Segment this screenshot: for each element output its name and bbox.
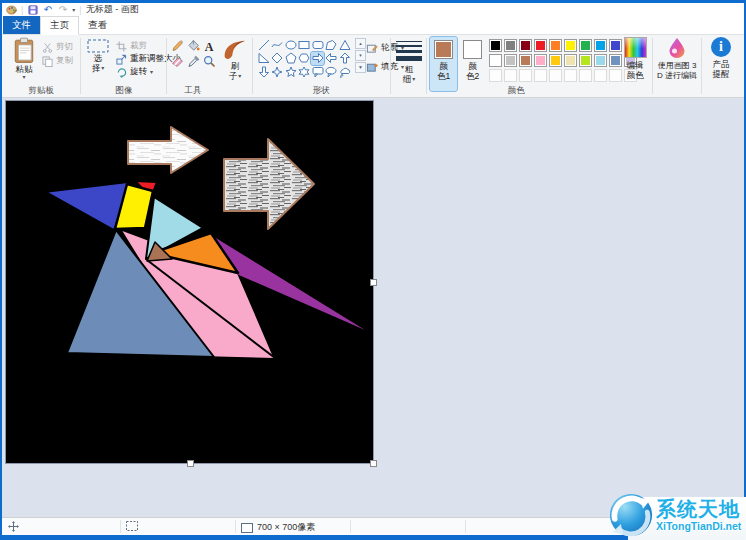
shape-curve[interactable] — [271, 38, 284, 51]
tab-home[interactable]: 主页 — [40, 16, 79, 35]
cut-button[interactable]: 剪切 — [42, 41, 73, 53]
statusbar-separator — [465, 520, 466, 533]
palette-color-swatch[interactable] — [504, 39, 517, 52]
shapes-more-button[interactable]: ▼ — [355, 62, 366, 73]
shape-down-arrow[interactable] — [257, 65, 270, 78]
canvas-resize-handle-bottom[interactable] — [187, 460, 194, 467]
shape-diamond[interactable] — [271, 52, 284, 65]
color2-label-2: 色2 — [466, 71, 479, 81]
shape-rectangle[interactable] — [298, 38, 311, 51]
brushes-label-2: 子 — [229, 71, 238, 81]
palette-color-swatch[interactable] — [564, 54, 577, 67]
select-button[interactable]: 选 择▾ — [84, 39, 112, 73]
palette-empty-slot[interactable] — [549, 69, 562, 82]
palette-color-swatch[interactable] — [609, 39, 622, 52]
save-button[interactable] — [27, 4, 38, 15]
shape-ellipse[interactable] — [284, 38, 297, 51]
shapes-scroll-down-button[interactable]: ▾ — [355, 50, 366, 61]
tab-file[interactable]: 文件 — [3, 16, 40, 34]
group-tools: A 工具 — [168, 35, 218, 97]
canvas-resize-handle-right[interactable] — [370, 279, 377, 286]
edit-colors-label-1: 编辑 — [627, 60, 644, 70]
crop-button[interactable]: 裁剪 — [116, 40, 147, 52]
palette-color-swatch[interactable] — [549, 54, 562, 67]
cursor-position-icon — [8, 521, 19, 532]
edit-colors-button[interactable]: 编辑 颜色 — [622, 37, 648, 80]
color2-swatch — [463, 40, 482, 59]
shape-up-arrow[interactable] — [338, 52, 351, 65]
shape-gallery — [257, 38, 352, 92]
palette-color-swatch[interactable] — [504, 54, 517, 67]
group-image: 选 择▾ 裁剪 重新调整大小 旋转 ▾ 图像 — [82, 35, 166, 97]
title-bar: | ↶ ↷ ▾ | 无标题 - 画图 — [2, 3, 744, 16]
palette-color-swatch[interactable] — [534, 39, 547, 52]
palette-color-swatch[interactable] — [579, 39, 592, 52]
rotate-button[interactable]: 旋转 ▾ — [116, 66, 153, 78]
palette-color-swatch[interactable] — [519, 54, 532, 67]
shape-five-point-star[interactable] — [284, 65, 297, 78]
copy-button[interactable]: 复制 — [42, 55, 73, 67]
color1-button[interactable]: 颜 色1 — [430, 37, 457, 91]
drawing-canvas[interactable] — [5, 100, 374, 464]
tab-view[interactable]: 查看 — [79, 16, 116, 34]
magnifier-tool[interactable] — [203, 54, 216, 72]
qat-customize-dropdown[interactable]: ▾ — [72, 7, 75, 13]
shape-rounded-callout[interactable] — [311, 65, 324, 78]
palette-color-swatch[interactable] — [534, 54, 547, 67]
paint3d-label-2: D 进行编辑 — [657, 71, 697, 81]
palette-color-swatch[interactable] — [594, 54, 607, 67]
palette-empty-slot[interactable] — [564, 69, 577, 82]
palette-color-swatch[interactable] — [519, 39, 532, 52]
palette-color-swatch[interactable] — [609, 54, 622, 67]
shape-right-triangle[interactable] — [257, 52, 270, 65]
palette-empty-slot[interactable] — [504, 69, 517, 82]
paint-app-icon — [6, 4, 17, 15]
text-tool[interactable]: A — [205, 41, 214, 53]
paint3d-icon — [667, 37, 687, 59]
shape-right-arrow[interactable] — [311, 52, 324, 65]
rotate-label: 旋转 — [130, 66, 147, 78]
color2-button[interactable]: 颜 色2 — [459, 37, 486, 91]
palette-color-swatch[interactable] — [564, 39, 577, 52]
shape-hexagon[interactable] — [298, 52, 311, 65]
palette-color-swatch[interactable] — [594, 39, 607, 52]
palette-color-swatch[interactable] — [489, 39, 502, 52]
palette-empty-slot[interactable] — [579, 69, 592, 82]
eraser-tool[interactable] — [171, 54, 184, 72]
palette-color-swatch[interactable] — [549, 39, 562, 52]
edit-colors-label-2: 颜色 — [627, 70, 644, 80]
undo-button[interactable]: ↶ — [42, 4, 53, 15]
shape-cloud-callout[interactable] — [338, 65, 351, 78]
size-button[interactable]: 粗 细▾ — [394, 37, 424, 84]
redo-button[interactable]: ↷ — [57, 4, 68, 15]
color1-swatch — [434, 40, 453, 59]
group-colors: 颜 色1 颜 色2 编辑 颜色 颜色 — [428, 35, 650, 97]
shape-line[interactable] — [257, 38, 270, 51]
paint3d-button[interactable]: 使用画图 3 D 进行编辑 — [655, 37, 699, 81]
shape-six-point-star[interactable] — [298, 65, 311, 78]
shape-pentagon[interactable] — [284, 52, 297, 65]
shape-four-point-star[interactable] — [271, 65, 284, 78]
palette-empty-slot[interactable] — [609, 69, 622, 82]
shape-polygon[interactable] — [325, 38, 338, 51]
palette-color-swatch[interactable] — [579, 54, 592, 67]
palette-empty-slot[interactable] — [534, 69, 547, 82]
paste-button[interactable]: 粘贴 ▾ — [8, 37, 40, 80]
palette-row-3 — [488, 68, 638, 83]
palette-empty-slot[interactable] — [519, 69, 532, 82]
shape-rounded-rectangle[interactable] — [311, 38, 324, 51]
shape-oval-callout[interactable] — [325, 65, 338, 78]
shape-left-arrow[interactable] — [325, 52, 338, 65]
palette-empty-slot[interactable] — [594, 69, 607, 82]
shapes-scroll-up-button[interactable]: ▴ — [355, 38, 366, 49]
canvas-resize-handle-corner[interactable] — [370, 460, 377, 467]
palette-color-swatch[interactable] — [489, 54, 502, 67]
edit-colors-icon — [624, 37, 647, 58]
window-title: 无标题 - 画图 — [86, 3, 139, 16]
palette-empty-slot[interactable] — [489, 69, 502, 82]
product-alerts-button[interactable]: i 产品 提醒 — [704, 37, 738, 79]
brushes-button[interactable]: 刷 子▾ — [220, 37, 250, 81]
color-picker-tool[interactable] — [187, 54, 200, 72]
fill-shape-icon — [366, 61, 378, 73]
shape-triangle[interactable] — [338, 38, 351, 51]
